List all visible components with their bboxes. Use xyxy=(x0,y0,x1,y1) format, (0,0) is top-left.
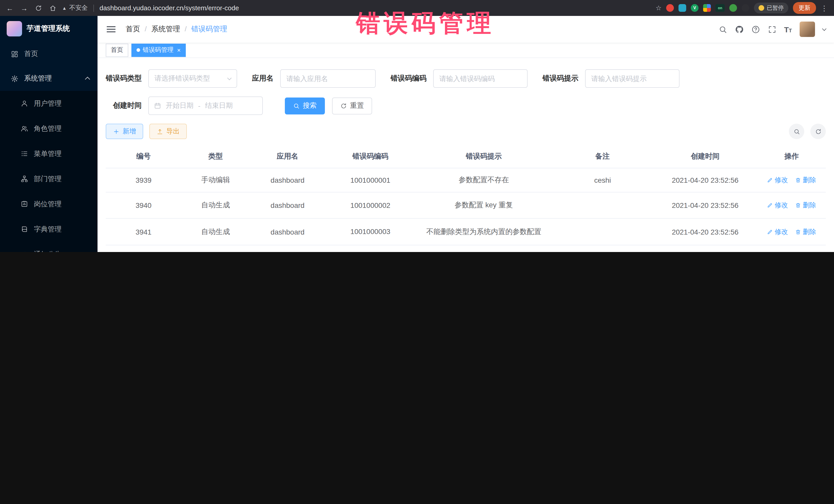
security-warning[interactable]: ▲ 不安全 xyxy=(62,4,88,12)
cell-remark xyxy=(552,219,653,245)
create-time-range[interactable]: 开始日期 - 结束日期 xyxy=(148,96,263,115)
sidebar-item-users[interactable]: 用户管理 xyxy=(0,91,97,116)
fullscreen-icon[interactable] xyxy=(768,25,776,34)
cell-ops: 修改 删除 xyxy=(757,219,826,245)
divider xyxy=(93,4,94,12)
paused-badge[interactable]: 已暂停 xyxy=(754,3,788,13)
font-size-icon[interactable]: TT xyxy=(784,25,792,34)
edit-link[interactable]: 修改 xyxy=(767,201,788,210)
cell-code: 1001000003 xyxy=(325,219,415,245)
bookmark-star-icon[interactable]: ☆ xyxy=(656,4,662,12)
cell-ops: 修改 删除 xyxy=(757,168,826,192)
breadcrumb-home[interactable]: 首页 xyxy=(126,25,151,34)
col-header-code: 错误码编码 xyxy=(325,145,415,168)
search-icon xyxy=(293,103,300,109)
sidebar-item-departments[interactable]: 部门管理 xyxy=(0,166,97,192)
user-avatar[interactable] xyxy=(799,22,815,37)
hamburger-icon[interactable] xyxy=(107,29,115,30)
error-code-table: 编号 类型 应用名 错误码编码 错误码提示 备注 创建时间 操作 3939 xyxy=(106,145,826,252)
sidebar-item-notice[interactable]: 通知公告 xyxy=(0,242,97,252)
badge-icon xyxy=(21,200,28,208)
edit-link[interactable]: 修改 xyxy=(767,176,788,185)
end-date-placeholder: 结束日期 xyxy=(205,101,233,110)
error-code-label: 错误码编码 xyxy=(391,74,426,83)
pencil-icon xyxy=(767,202,773,209)
extension-icon[interactable]: on xyxy=(716,4,725,12)
delete-link[interactable]: 删除 xyxy=(795,227,816,236)
error-hint-input[interactable] xyxy=(585,69,680,88)
cell-app: dashboard xyxy=(250,245,325,252)
back-icon[interactable]: ← xyxy=(6,4,13,12)
system-submenu: 用户管理 角色管理 菜单管理 部门管理 岗位管理 字典管理 通知公告 审计日志 … xyxy=(0,91,97,252)
list-icon xyxy=(21,150,28,158)
col-header-app: 应用名 xyxy=(250,145,325,168)
cell-msg: 不允许获取敏感配置到前端 xyxy=(415,245,552,252)
cell-type: 手动编辑 xyxy=(181,168,250,192)
extension-icon[interactable] xyxy=(729,4,737,12)
error-type-select[interactable]: 请选择错误码类型 xyxy=(148,69,237,88)
col-header-msg: 错误码提示 xyxy=(415,145,552,168)
chevron-down-icon xyxy=(227,76,232,80)
cell-msg: 参数配置不存在 xyxy=(415,168,552,192)
sidebar-item-roles[interactable]: 角色管理 xyxy=(0,116,97,141)
kebab-menu-icon[interactable]: ⋮ xyxy=(821,4,828,12)
refresh-table-button[interactable] xyxy=(810,124,826,139)
reset-button[interactable]: 重置 xyxy=(332,97,372,114)
export-icon xyxy=(156,128,163,135)
sidebar-item-system[interactable]: 系统管理 xyxy=(0,66,97,91)
reload-icon[interactable] xyxy=(35,4,42,12)
app-logo: 芋道管理系统 xyxy=(0,16,97,42)
range-separator: - xyxy=(198,102,200,110)
sidebar-item-home[interactable]: 首页 xyxy=(0,42,97,66)
sidebar-item-positions[interactable]: 岗位管理 xyxy=(0,192,97,217)
extension-icon[interactable] xyxy=(666,4,674,12)
update-button[interactable]: 更新 xyxy=(793,2,816,14)
table-row: 3941 自动生成 dashboard 1001000003 不能删除类型为系统… xyxy=(106,219,826,245)
pencil-icon xyxy=(767,177,773,183)
tab-error-code[interactable]: 错误码管理 × xyxy=(131,43,186,57)
tab-home[interactable]: 首页 xyxy=(106,43,128,57)
app-name-label: 应用名 xyxy=(252,74,273,83)
cell-type: 自动生成 xyxy=(181,219,250,245)
sidebar-menu: 首页 系统管理 用户管理 角色管理 菜单管理 部门管理 岗位管理 字典管理 通知… xyxy=(0,42,97,252)
edit-link[interactable]: 修改 xyxy=(767,227,788,236)
breadcrumb-current: 错误码管理 xyxy=(192,25,227,34)
close-icon[interactable]: × xyxy=(177,46,181,53)
search-button[interactable]: 搜索 xyxy=(285,97,325,114)
search-icon[interactable] xyxy=(718,25,727,34)
cell-msg: 参数配置 key 重复 xyxy=(415,192,552,219)
refresh-icon xyxy=(815,128,821,135)
cell-code: 1001000001 xyxy=(325,168,415,192)
forward-icon[interactable]: → xyxy=(21,4,28,12)
github-icon[interactable] xyxy=(735,25,743,34)
tab-bar: 首页 错误码管理 × xyxy=(97,43,834,58)
toggle-search-button[interactable] xyxy=(789,124,804,139)
extension-icon[interactable] xyxy=(703,4,711,12)
home-icon[interactable] xyxy=(49,4,57,12)
help-icon[interactable] xyxy=(751,25,760,34)
error-code-input[interactable] xyxy=(433,69,528,88)
topbar-actions: TT xyxy=(718,22,826,37)
pushpin-extension-icon[interactable] xyxy=(742,4,749,12)
logo-avatar xyxy=(7,21,22,37)
active-dot-icon xyxy=(136,48,140,52)
extension-icon[interactable]: V xyxy=(691,4,699,12)
sidebar-item-menus[interactable]: 菜单管理 xyxy=(0,141,97,166)
delete-link[interactable]: 删除 xyxy=(795,176,816,185)
create-time-label: 创建时间 xyxy=(106,101,142,110)
breadcrumb-system[interactable]: 系统管理 xyxy=(151,25,192,34)
start-date-placeholder: 开始日期 xyxy=(166,101,194,110)
plus-icon xyxy=(113,128,119,135)
annotation-title: 错误码管理 xyxy=(356,7,495,40)
trash-icon xyxy=(795,177,802,183)
sidebar-item-dictionary[interactable]: 字典管理 xyxy=(0,217,97,242)
dashboard-icon xyxy=(11,50,19,58)
app-name-input[interactable] xyxy=(280,69,376,88)
chevron-down-icon[interactable] xyxy=(822,26,827,31)
gear-icon xyxy=(11,75,19,82)
delete-link[interactable]: 删除 xyxy=(795,201,816,210)
export-button[interactable]: 导出 xyxy=(149,124,187,139)
cell-remark xyxy=(552,192,653,219)
add-button[interactable]: 新增 xyxy=(106,124,143,139)
extension-icon[interactable] xyxy=(679,4,686,12)
